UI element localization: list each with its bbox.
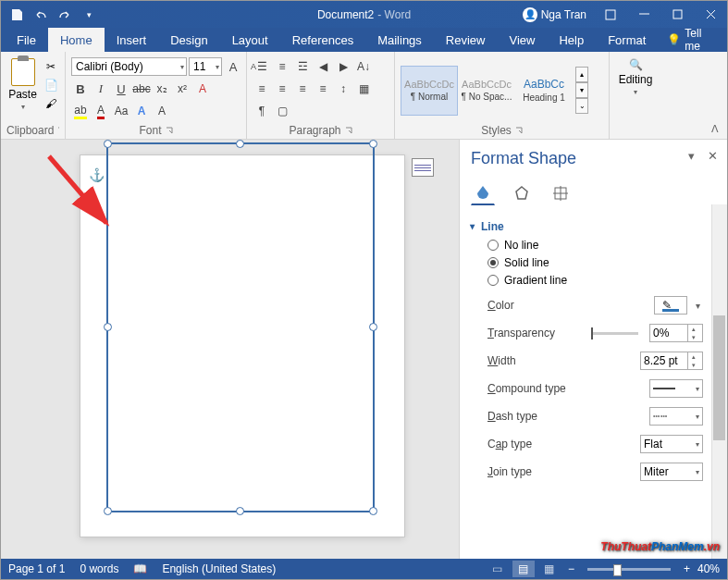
web-layout-icon[interactable]: ▦ — [538, 561, 561, 577]
tab-layout[interactable]: Layout — [220, 28, 280, 52]
share-button[interactable]: 👤Share — [718, 28, 728, 52]
paste-button[interactable]: Paste ▾ — [6, 55, 39, 111]
resize-handle[interactable] — [104, 507, 112, 515]
dialog-launcher-icon[interactable] — [166, 127, 173, 134]
tab-references[interactable]: References — [280, 28, 365, 52]
bold-button[interactable]: B — [71, 80, 90, 98]
line-spacing-button[interactable]: ↕ — [334, 80, 352, 98]
redo-icon[interactable] — [55, 5, 75, 25]
print-layout-icon[interactable]: ▤ — [512, 561, 535, 577]
format-painter-button[interactable]: 🖌 — [43, 95, 59, 112]
italic-button[interactable]: I — [92, 80, 110, 98]
zoom-level[interactable]: 40% — [697, 562, 720, 575]
tab-file[interactable]: File — [5, 28, 48, 52]
align-right-button[interactable]: ≡ — [293, 80, 312, 98]
layout-options-icon[interactable] — [412, 158, 434, 177]
line-color-picker[interactable]: ✎ — [654, 296, 687, 315]
font-name-combo[interactable]: Calibri (Body)▾ — [71, 57, 187, 76]
spell-check-icon[interactable]: 📖 — [133, 562, 147, 575]
document-area[interactable]: ⚓ — [1, 140, 459, 559]
read-mode-icon[interactable]: ▭ — [487, 561, 509, 577]
resize-handle[interactable] — [104, 323, 112, 331]
justify-button[interactable]: ≡ — [314, 80, 332, 98]
tell-me-search[interactable]: 💡Tell me — [658, 28, 710, 52]
char-shading-button[interactable]: A — [153, 102, 171, 120]
solid-line-radio[interactable]: Solid line — [487, 256, 703, 269]
user-account[interactable]: 👤 Nga Tran — [515, 7, 594, 22]
pane-options-icon[interactable]: ▾ — [688, 149, 695, 163]
editing-button[interactable]: 🔍 Editing ▾ — [613, 55, 659, 100]
width-input[interactable]: 8.25 pt▴▾ — [640, 352, 703, 370]
resize-handle[interactable] — [104, 140, 112, 148]
pane-close-icon[interactable]: ✕ — [708, 149, 718, 163]
save-icon[interactable] — [6, 5, 27, 25]
collapse-ribbon-icon[interactable]: ᐱ — [707, 122, 723, 135]
resize-handle[interactable] — [369, 507, 377, 515]
shading-button[interactable]: ▦ — [354, 80, 373, 98]
selected-shape[interactable] — [106, 142, 375, 512]
resize-handle[interactable] — [236, 507, 244, 515]
compound-type-combo[interactable]: ▾ — [649, 379, 703, 398]
tab-review[interactable]: Review — [434, 28, 498, 52]
tab-home[interactable]: Home — [48, 28, 105, 52]
qat-customize[interactable]: ▾ — [79, 5, 99, 25]
cap-type-combo[interactable]: Flat▾ — [640, 435, 703, 453]
resize-handle[interactable] — [369, 140, 377, 148]
zoom-out-icon[interactable]: − — [564, 562, 578, 575]
pane-scrollbar[interactable] — [711, 204, 727, 559]
page-indicator[interactable]: Page 1 of 1 — [8, 562, 65, 575]
maximize-button[interactable] — [660, 1, 694, 28]
minimize-button[interactable] — [627, 1, 660, 28]
tab-mailings[interactable]: Mailings — [365, 28, 434, 52]
dash-type-combo[interactable]: ┄┄▾ — [649, 407, 703, 426]
highlight-button[interactable]: ab — [71, 102, 90, 120]
numbering-button[interactable]: ≡ — [273, 57, 291, 76]
zoom-slider[interactable] — [587, 568, 671, 571]
grow-font-icon[interactable]: A — [224, 57, 242, 76]
resize-handle[interactable] — [236, 140, 244, 148]
tab-format[interactable]: Format — [596, 28, 658, 52]
word-count[interactable]: 0 words — [80, 562, 118, 575]
tab-design[interactable]: Design — [158, 28, 219, 52]
cut-button[interactable]: ✂ — [43, 58, 59, 75]
language-indicator[interactable]: English (United States) — [162, 562, 276, 575]
copy-button[interactable]: 📄 — [43, 77, 59, 93]
show-marks-button[interactable]: ¶ — [253, 102, 271, 120]
resize-handle[interactable] — [369, 323, 377, 331]
undo-icon[interactable] — [31, 5, 51, 25]
effects-tab-icon[interactable] — [510, 181, 534, 205]
dialog-launcher-icon[interactable] — [515, 127, 523, 134]
style-normal[interactable]: AaBbCcDc¶ Normal — [401, 66, 458, 116]
font-color-button[interactable]: A — [92, 102, 110, 120]
font-size-combo[interactable]: 11▾ — [189, 57, 222, 76]
ribbon-display-icon[interactable] — [594, 1, 627, 28]
change-case-button[interactable]: Aa — [112, 102, 130, 120]
sort-button[interactable]: A↓ — [354, 57, 373, 76]
dialog-launcher-icon[interactable] — [345, 127, 352, 134]
underline-button[interactable]: U — [112, 80, 130, 98]
strikethrough-button[interactable]: abc — [132, 80, 151, 98]
transparency-input[interactable]: 0%▴▾ — [649, 324, 703, 342]
zoom-in-icon[interactable]: + — [680, 562, 694, 575]
gradient-line-radio[interactable]: Gradient line — [487, 274, 703, 287]
line-section-header[interactable]: Line — [471, 220, 703, 233]
tab-insert[interactable]: Insert — [105, 28, 159, 52]
close-button[interactable] — [694, 1, 727, 28]
superscript-button[interactable]: x² — [173, 80, 191, 98]
subscript-button[interactable]: x₂ — [153, 80, 171, 98]
text-effects-button[interactable]: A — [132, 102, 151, 120]
style-gallery-nav[interactable]: ▴▾⌄ — [575, 67, 588, 114]
multilevel-button[interactable]: ☲ — [293, 57, 312, 76]
style-heading1[interactable]: AaBbCcHeading 1 — [515, 66, 573, 116]
tab-view[interactable]: View — [497, 28, 547, 52]
style-nospacing[interactable]: AaBbCcDc¶ No Spac... — [458, 66, 515, 116]
join-type-combo[interactable]: Miter▾ — [640, 463, 703, 481]
fill-line-tab-icon[interactable] — [471, 181, 495, 205]
tab-help[interactable]: Help — [547, 28, 596, 52]
transparency-slider[interactable] — [591, 332, 638, 335]
no-line-radio[interactable]: No line — [487, 239, 703, 252]
bullets-button[interactable]: ☰ — [253, 57, 271, 76]
clear-format-icon[interactable]: A — [193, 80, 212, 98]
align-left-button[interactable]: ≡ — [253, 80, 271, 98]
decrease-indent-icon[interactable]: ◀ — [314, 57, 332, 76]
